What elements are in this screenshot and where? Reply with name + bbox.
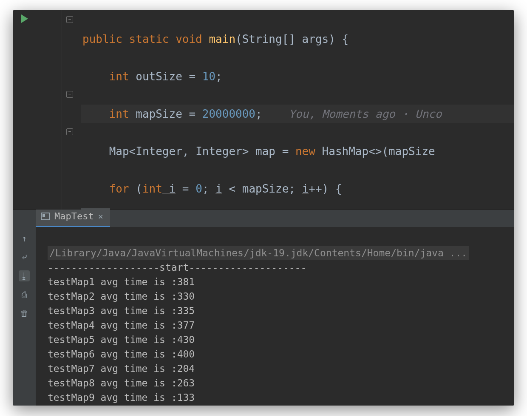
trash-icon[interactable]: 🗑 (19, 308, 30, 319)
download-icon[interactable]: ⭳ (19, 270, 30, 281)
console-command: /Library/Java/JavaVirtualMachines/jdk-19… (48, 246, 469, 260)
console-line: testMap1 avg time is :381 (48, 276, 195, 287)
console-line: testMap4 avg time is :377 (48, 320, 195, 331)
application-icon (41, 213, 50, 220)
console-line: testMap3 avg time is :335 (48, 305, 195, 316)
code-area[interactable]: public static void main(String[] args) {… (81, 10, 514, 210)
run-tool-window: MapTest × ↑ ⤶ ⭳ ⎙ 🗑 /Library/Java/JavaVi… (13, 210, 514, 406)
fold-icon[interactable]: − (66, 16, 73, 23)
console-line: testMap5 avg time is :430 (48, 334, 195, 345)
console-line: testMap7 avg time is :204 (48, 363, 195, 374)
scroll-up-icon[interactable]: ↑ (19, 233, 30, 244)
console-line: testMap6 avg time is :400 (48, 349, 195, 360)
soft-wrap-icon[interactable]: ⤶ (19, 252, 30, 263)
run-gutter-icon[interactable] (21, 14, 28, 23)
run-toolbar: ↑ ⤶ ⭳ ⎙ 🗑 (13, 227, 36, 406)
run-tabbar: MapTest × (13, 210, 514, 227)
run-tab[interactable]: MapTest × (36, 208, 110, 227)
code-line-active: int mapSize = 20000000; You, Moments ago… (81, 105, 514, 123)
fold-close-icon[interactable]: − (66, 128, 73, 135)
print-icon[interactable]: ⎙ (19, 289, 30, 300)
code-line: public static void main(String[] args) { (81, 30, 514, 48)
code-line: Map<Integer, Integer> map = new HashMap<… (81, 142, 514, 161)
console-output[interactable]: /Library/Java/JavaVirtualMachines/jdk-19… (36, 227, 514, 406)
run-tab-label: MapTest (54, 211, 94, 221)
git-blame-hint: You, Moments ago · Unco (289, 108, 442, 120)
code-line: for (int i = 0; i < mapSize; i++) { (81, 179, 514, 198)
close-icon[interactable]: × (98, 211, 103, 221)
console-line: testMap2 avg time is :330 (48, 291, 195, 302)
code-editor[interactable]: − − − public static void main(String[] a… (13, 10, 514, 210)
editor-gutter: − − − (13, 10, 81, 210)
console-line: -------------------start----------------… (48, 262, 306, 273)
console-line: testMap9 avg time is :133 (48, 392, 195, 403)
ide-window: − − − public static void main(String[] a… (13, 10, 514, 406)
code-line: int outSize = 10; (81, 67, 514, 86)
fold-icon[interactable]: − (66, 91, 73, 98)
console-line: testMap8 avg time is :263 (48, 377, 195, 389)
